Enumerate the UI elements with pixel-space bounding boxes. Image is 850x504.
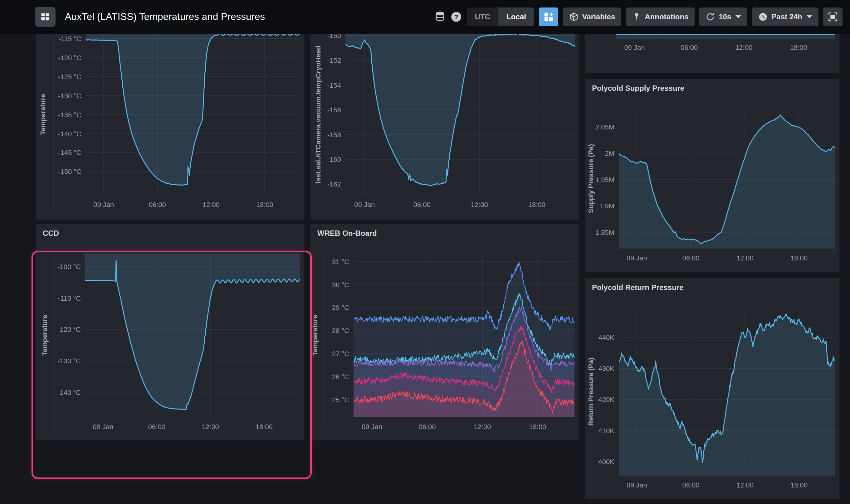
svg-text:-145 °C: -145 °C [58, 149, 82, 157]
cube-icon [569, 12, 579, 21]
svg-text:-150 °C: -150 °C [58, 168, 82, 176]
panel-polycold-return-pressure: Polycold Return Pressure 440K430K420K410… [585, 278, 839, 499]
svg-text:09 Jan: 09 Jan [362, 423, 382, 431]
svg-text:12:00: 12:00 [735, 44, 752, 52]
cryo-temperature-chart[interactable]: -115 °C-120 °C-125 °C-130 °C-135 °C-140 … [36, 34, 304, 219]
refresh-interval-button[interactable]: 10s [699, 7, 747, 26]
svg-text:09 Jan: 09 Jan [93, 201, 114, 209]
svg-text:-135 °C: -135 °C [58, 111, 82, 119]
supply-pressure-chart[interactable]: 2.05M2M1.95M1.9M1.85M09 Jan06:0012:0018:… [585, 79, 839, 272]
svg-text:420K: 420K [599, 396, 615, 403]
svg-text:440K: 440K [599, 334, 615, 342]
svg-text:-110 °C: -110 °C [58, 294, 81, 302]
svg-text:31 °C: 31 °C [332, 258, 349, 266]
svg-text:30 °C: 30 °C [332, 281, 349, 289]
svg-text:Supply Pressure (Pa): Supply Pressure (Pa) [587, 144, 595, 213]
kiosk-mode-button[interactable] [823, 7, 843, 26]
svg-text:Temperature: Temperature [311, 315, 319, 356]
panel-title-return[interactable]: Polycold Return Pressure [592, 283, 684, 292]
return-pressure-chart[interactable]: 440K430K420K410K400K09 Jan06:0012:0018:0… [585, 278, 839, 499]
chevron-down-icon [807, 15, 812, 18]
svg-text:-100 °C: -100 °C [57, 263, 81, 271]
panel-title-supply[interactable]: Polycold Supply Pressure [592, 84, 684, 93]
pin-icon [632, 13, 641, 21]
svg-text:28 °C: 28 °C [332, 327, 349, 335]
help-icon: ? [450, 11, 462, 23]
svg-text:-160: -160 [327, 156, 341, 163]
datasource-button[interactable] [435, 11, 446, 22]
panel-title-wreb[interactable]: WREB On-Board [317, 229, 377, 238]
variables-label: Variables [582, 13, 615, 21]
svg-text:lsst.sal.ATCamera.vacuum.tempC: lsst.sal.ATCamera.vacuum.tempCryoHead [314, 46, 322, 183]
timezone-local-option[interactable]: Local [498, 7, 534, 26]
wreb-chart[interactable]: 31 °C30 °C29 °C28 °C27 °C26 °C25 °C09 Ja… [311, 224, 579, 440]
svg-text:18:00: 18:00 [791, 254, 808, 262]
dashboard-grid-icon [40, 12, 51, 22]
svg-text:-154: -154 [327, 82, 341, 89]
svg-text:Temperature: Temperature [41, 315, 49, 356]
clock-icon [758, 12, 768, 21]
svg-text:06:00: 06:00 [413, 201, 431, 209]
svg-text:-140 °C: -140 °C [58, 130, 82, 138]
svg-text:-130 °C: -130 °C [57, 357, 81, 365]
svg-text:29 °C: 29 °C [332, 304, 349, 311]
svg-text:2.05M: 2.05M [596, 123, 615, 131]
svg-text:1.85M: 1.85M [596, 229, 615, 236]
svg-text:1.95M: 1.95M [596, 176, 615, 184]
svg-text:12:00: 12:00 [202, 201, 220, 209]
svg-text:-150: -150 [327, 34, 341, 40]
time-range-label: Past 24h [772, 13, 802, 21]
refresh-icon [706, 12, 715, 21]
svg-text:18:00: 18:00 [529, 423, 546, 431]
svg-text:12:00: 12:00 [474, 423, 491, 431]
svg-text:09 Jan: 09 Jan [93, 423, 113, 431]
database-icon [435, 11, 446, 22]
svg-text:12:00: 12:00 [202, 423, 219, 431]
svg-text:Temperature: Temperature [39, 94, 47, 135]
svg-text:18:00: 18:00 [790, 44, 807, 52]
svg-text:26 °C: 26 °C [332, 373, 349, 381]
variables-button[interactable]: Variables [563, 7, 621, 26]
svg-text:09 Jan: 09 Jan [354, 201, 375, 209]
svg-text:18:00: 18:00 [528, 201, 546, 209]
add-panel-icon [544, 12, 553, 22]
timezone-utc-option[interactable]: UTC [467, 7, 498, 26]
panel-top-right-partial: 09 Jan06:0012:0018:00 [585, 34, 839, 73]
dashboard-grid: -115 °C-120 °C-125 °C-130 °C-135 °C-140 … [0, 34, 850, 504]
top-navbar: AuxTel (LATISS) Temperatures and Pressur… [0, 0, 850, 34]
fullscreen-icon [828, 12, 838, 22]
panel-title-ccd[interactable]: CCD [43, 229, 59, 238]
ccd-chart[interactable]: -100 °C-110 °C-120 °C-130 °C-140 °C09 Ja… [36, 224, 304, 440]
svg-text:-152: -152 [327, 56, 341, 64]
add-panel-button[interactable] [539, 7, 558, 26]
panel-temp-cryo-head: -150-152-154-156-158-160-16209 Jan06:001… [311, 34, 579, 219]
help-button[interactable]: ? [450, 11, 462, 23]
svg-text:06:00: 06:00 [148, 423, 165, 431]
time-range-button[interactable]: Past 24h [752, 7, 818, 26]
dashboards-grid-button[interactable] [35, 7, 55, 27]
svg-text:?: ? [454, 13, 458, 21]
svg-text:410K: 410K [599, 427, 615, 435]
svg-text:06:00: 06:00 [682, 481, 699, 489]
svg-text:06:00: 06:00 [682, 254, 699, 262]
panel-polycold-supply-pressure: Polycold Supply Pressure 2.05M2M1.95M1.9… [585, 79, 839, 272]
svg-text:18:00: 18:00 [256, 201, 273, 209]
svg-text:09 Jan: 09 Jan [624, 44, 645, 52]
svg-text:12:00: 12:00 [737, 481, 754, 489]
svg-text:400K: 400K [599, 458, 615, 466]
svg-text:-120 °C: -120 °C [58, 54, 82, 62]
svg-text:18:00: 18:00 [255, 423, 273, 431]
timezone-toggle[interactable]: UTC Local [467, 7, 534, 26]
annotations-button[interactable]: Annotations [626, 7, 695, 26]
svg-text:-120 °C: -120 °C [57, 326, 81, 334]
temp-cryo-head-chart[interactable]: -150-152-154-156-158-160-16209 Jan06:001… [311, 34, 579, 219]
svg-text:2M: 2M [605, 149, 615, 157]
svg-text:-115 °C: -115 °C [59, 35, 82, 43]
chevron-down-icon [736, 15, 741, 18]
svg-text:06:00: 06:00 [149, 201, 166, 209]
panel-ccd: CCD -100 °C-110 °C-120 °C-130 °C-140 °C0… [36, 224, 304, 440]
partial-pressure-chart[interactable]: 09 Jan06:0012:0018:00 [585, 34, 839, 73]
svg-text:1.9M: 1.9M [599, 202, 615, 210]
svg-text:18:00: 18:00 [791, 481, 808, 489]
svg-text:06:00: 06:00 [680, 44, 698, 52]
